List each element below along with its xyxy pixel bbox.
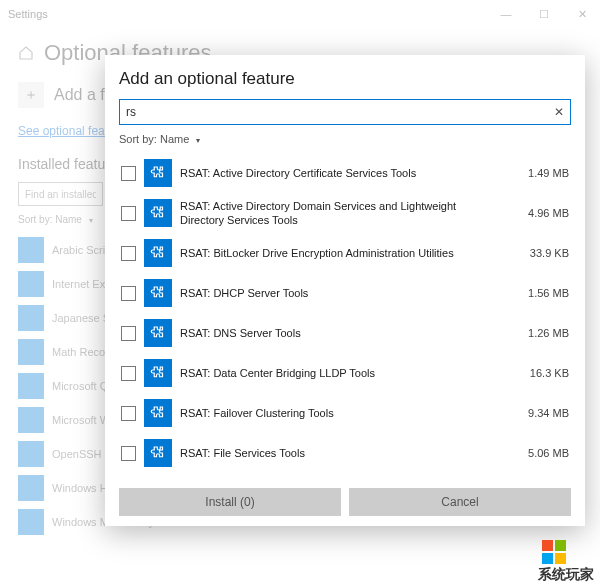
feature-row[interactable]: RSAT: DNS Server Tools 1.26 MB bbox=[119, 313, 571, 353]
microsoft-logo-icon bbox=[542, 540, 566, 564]
dialog-title: Add an optional feature bbox=[119, 69, 571, 89]
checkbox[interactable] bbox=[121, 166, 136, 181]
feature-size: 1.56 MB bbox=[519, 287, 569, 299]
checkbox[interactable] bbox=[121, 326, 136, 341]
feature-list[interactable]: RSAT: Active Directory Certificate Servi… bbox=[119, 153, 571, 480]
feature-name: RSAT: BitLocker Drive Encryption Adminis… bbox=[180, 246, 511, 260]
feature-size: 5.06 MB bbox=[519, 447, 569, 459]
feature-row[interactable]: RSAT: Active Directory Certificate Servi… bbox=[119, 153, 571, 193]
dialog-sort-control[interactable]: Sort by: Name ▾ bbox=[119, 133, 571, 145]
dialog-search-wrapper[interactable]: ✕ bbox=[119, 99, 571, 125]
feature-row[interactable]: RSAT: BitLocker Drive Encryption Adminis… bbox=[119, 233, 571, 273]
feature-name: RSAT: Active Directory Certificate Servi… bbox=[180, 166, 511, 180]
puzzle-icon bbox=[144, 439, 172, 467]
puzzle-icon bbox=[144, 399, 172, 427]
puzzle-icon bbox=[144, 199, 172, 227]
puzzle-icon bbox=[144, 239, 172, 267]
puzzle-icon bbox=[144, 319, 172, 347]
feature-row[interactable]: RSAT: Data Center Bridging LLDP Tools 16… bbox=[119, 353, 571, 393]
dialog-button-row: Install (0) Cancel bbox=[119, 488, 571, 516]
feature-row[interactable]: RSAT: Failover Clustering Tools 9.34 MB bbox=[119, 393, 571, 433]
feature-name: RSAT: Active Directory Domain Services a… bbox=[180, 199, 511, 228]
puzzle-icon bbox=[144, 159, 172, 187]
feature-row[interactable]: RSAT: Active Directory Domain Services a… bbox=[119, 193, 571, 233]
chevron-down-icon: ▾ bbox=[196, 136, 200, 145]
feature-size: 4.96 MB bbox=[519, 207, 569, 219]
cancel-button[interactable]: Cancel bbox=[349, 488, 571, 516]
feature-name: RSAT: DHCP Server Tools bbox=[180, 286, 511, 300]
feature-size: 16.3 KB bbox=[519, 367, 569, 379]
watermark-text: 系统玩家 bbox=[536, 566, 596, 584]
puzzle-icon bbox=[144, 359, 172, 387]
checkbox[interactable] bbox=[121, 286, 136, 301]
puzzle-icon bbox=[144, 279, 172, 307]
install-button[interactable]: Install (0) bbox=[119, 488, 341, 516]
checkbox[interactable] bbox=[121, 406, 136, 421]
checkbox[interactable] bbox=[121, 206, 136, 221]
feature-size: 9.34 MB bbox=[519, 407, 569, 419]
dialog-search-input[interactable] bbox=[126, 105, 554, 119]
feature-name: RSAT: Failover Clustering Tools bbox=[180, 406, 511, 420]
checkbox[interactable] bbox=[121, 246, 136, 261]
feature-row[interactable]: RSAT: File Services Tools 5.06 MB bbox=[119, 433, 571, 473]
clear-icon[interactable]: ✕ bbox=[554, 105, 564, 119]
feature-size: 33.9 KB bbox=[519, 247, 569, 259]
feature-row[interactable]: RSAT: DHCP Server Tools 1.56 MB bbox=[119, 273, 571, 313]
feature-name: RSAT: DNS Server Tools bbox=[180, 326, 511, 340]
checkbox[interactable] bbox=[121, 366, 136, 381]
feature-size: 1.49 MB bbox=[519, 167, 569, 179]
add-feature-dialog: Add an optional feature ✕ Sort by: Name … bbox=[105, 55, 585, 526]
feature-size: 1.26 MB bbox=[519, 327, 569, 339]
feature-name: RSAT: Data Center Bridging LLDP Tools bbox=[180, 366, 511, 380]
checkbox[interactable] bbox=[121, 446, 136, 461]
feature-name: RSAT: File Services Tools bbox=[180, 446, 511, 460]
